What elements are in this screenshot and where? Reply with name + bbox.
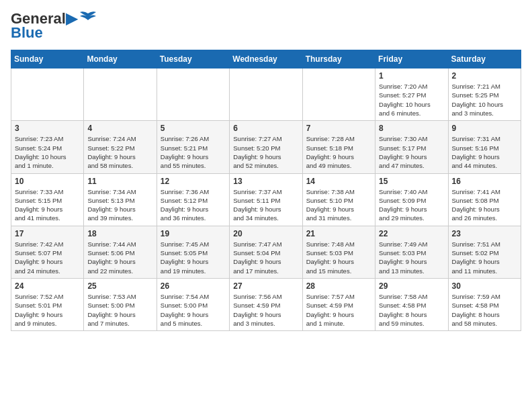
day-number: 1 bbox=[379, 71, 444, 81]
day-number: 2 bbox=[452, 71, 517, 81]
day-cell: 5Sunrise: 7:26 AM Sunset: 5:21 PM Daylig… bbox=[157, 121, 229, 173]
day-cell: 6Sunrise: 7:27 AM Sunset: 5:20 PM Daylig… bbox=[230, 121, 302, 173]
day-cell: 18Sunrise: 7:44 AM Sunset: 5:06 PM Dayli… bbox=[84, 226, 157, 278]
day-info: Sunrise: 7:41 AM Sunset: 5:08 PM Dayligh… bbox=[452, 187, 517, 223]
day-cell: 7Sunrise: 7:28 AM Sunset: 5:18 PM Daylig… bbox=[302, 121, 375, 173]
day-info: Sunrise: 7:21 AM Sunset: 5:25 PM Dayligh… bbox=[452, 82, 517, 118]
day-info: Sunrise: 7:27 AM Sunset: 5:20 PM Dayligh… bbox=[233, 134, 298, 170]
day-number: 13 bbox=[233, 177, 298, 186]
day-info: Sunrise: 7:42 AM Sunset: 5:07 PM Dayligh… bbox=[15, 240, 80, 275]
day-info: Sunrise: 7:30 AM Sunset: 5:17 PM Dayligh… bbox=[379, 134, 444, 170]
day-cell: 12Sunrise: 7:36 AM Sunset: 5:12 PM Dayli… bbox=[157, 173, 229, 226]
day-info: Sunrise: 7:47 AM Sunset: 5:04 PM Dayligh… bbox=[233, 240, 298, 275]
day-info: Sunrise: 7:34 AM Sunset: 5:13 PM Dayligh… bbox=[87, 187, 152, 223]
day-info: Sunrise: 7:58 AM Sunset: 4:58 PM Dayligh… bbox=[379, 292, 444, 328]
day-cell: 3Sunrise: 7:23 AM Sunset: 5:24 PM Daylig… bbox=[11, 121, 84, 173]
day-number: 7 bbox=[306, 124, 371, 133]
day-cell: 30Sunrise: 7:59 AM Sunset: 4:58 PM Dayli… bbox=[448, 278, 521, 330]
day-number: 23 bbox=[452, 229, 517, 238]
day-number: 15 bbox=[379, 177, 444, 186]
day-number: 22 bbox=[379, 229, 444, 238]
day-cell bbox=[302, 68, 375, 121]
weekday-header-row: SundayMondayTuesdayWednesdayThursdayFrid… bbox=[11, 50, 521, 68]
day-cell: 23Sunrise: 7:51 AM Sunset: 5:02 PM Dayli… bbox=[448, 226, 521, 278]
day-cell bbox=[11, 68, 84, 121]
day-number: 26 bbox=[161, 281, 226, 291]
calendar-table: SundayMondayTuesdayWednesdayThursdayFrid… bbox=[11, 50, 521, 331]
logo-bird-icon bbox=[79, 11, 97, 24]
day-number: 11 bbox=[87, 177, 152, 186]
day-number: 21 bbox=[306, 229, 371, 238]
day-info: Sunrise: 7:26 AM Sunset: 5:21 PM Dayligh… bbox=[161, 134, 226, 170]
page-header: General▶ Blue bbox=[11, 11, 521, 42]
day-number: 8 bbox=[379, 124, 444, 133]
day-info: Sunrise: 7:44 AM Sunset: 5:06 PM Dayligh… bbox=[87, 240, 152, 275]
day-cell bbox=[84, 68, 157, 121]
logo-blue-text: Blue bbox=[11, 24, 43, 42]
day-info: Sunrise: 7:24 AM Sunset: 5:22 PM Dayligh… bbox=[87, 134, 152, 170]
weekday-header-sunday: Sunday bbox=[11, 50, 84, 68]
day-cell: 15Sunrise: 7:40 AM Sunset: 5:09 PM Dayli… bbox=[375, 173, 448, 226]
day-info: Sunrise: 7:54 AM Sunset: 5:00 PM Dayligh… bbox=[161, 292, 226, 328]
day-cell: 21Sunrise: 7:48 AM Sunset: 5:03 PM Dayli… bbox=[302, 226, 375, 278]
day-number: 29 bbox=[379, 281, 444, 291]
day-info: Sunrise: 7:33 AM Sunset: 5:15 PM Dayligh… bbox=[15, 187, 80, 223]
day-cell: 11Sunrise: 7:34 AM Sunset: 5:13 PM Dayli… bbox=[84, 173, 157, 226]
day-info: Sunrise: 7:23 AM Sunset: 5:24 PM Dayligh… bbox=[15, 134, 80, 170]
day-number: 9 bbox=[452, 124, 517, 133]
week-row-3: 10Sunrise: 7:33 AM Sunset: 5:15 PM Dayli… bbox=[11, 173, 521, 226]
day-number: 27 bbox=[233, 281, 298, 291]
day-number: 18 bbox=[87, 229, 152, 238]
day-cell: 1Sunrise: 7:20 AM Sunset: 5:27 PM Daylig… bbox=[375, 68, 448, 121]
day-info: Sunrise: 7:59 AM Sunset: 4:58 PM Dayligh… bbox=[452, 292, 517, 328]
day-number: 20 bbox=[233, 229, 298, 238]
day-info: Sunrise: 7:20 AM Sunset: 5:27 PM Dayligh… bbox=[379, 82, 444, 118]
day-info: Sunrise: 7:45 AM Sunset: 5:05 PM Dayligh… bbox=[161, 240, 226, 275]
day-number: 16 bbox=[452, 177, 517, 186]
day-number: 24 bbox=[15, 281, 80, 291]
day-info: Sunrise: 7:51 AM Sunset: 5:02 PM Dayligh… bbox=[452, 240, 517, 275]
day-cell: 14Sunrise: 7:38 AM Sunset: 5:10 PM Dayli… bbox=[302, 173, 375, 226]
day-info: Sunrise: 7:49 AM Sunset: 5:03 PM Dayligh… bbox=[379, 240, 444, 275]
day-info: Sunrise: 7:31 AM Sunset: 5:16 PM Dayligh… bbox=[452, 134, 517, 170]
day-cell: 19Sunrise: 7:45 AM Sunset: 5:05 PM Dayli… bbox=[157, 226, 229, 278]
logo: General▶ Blue bbox=[11, 11, 97, 42]
day-cell: 10Sunrise: 7:33 AM Sunset: 5:15 PM Dayli… bbox=[11, 173, 84, 226]
day-cell: 16Sunrise: 7:41 AM Sunset: 5:08 PM Dayli… bbox=[448, 173, 521, 226]
weekday-header-thursday: Thursday bbox=[302, 50, 375, 68]
day-cell: 17Sunrise: 7:42 AM Sunset: 5:07 PM Dayli… bbox=[11, 226, 84, 278]
day-cell: 22Sunrise: 7:49 AM Sunset: 5:03 PM Dayli… bbox=[375, 226, 448, 278]
day-info: Sunrise: 7:36 AM Sunset: 5:12 PM Dayligh… bbox=[161, 187, 226, 223]
day-number: 19 bbox=[161, 229, 226, 238]
day-cell: 20Sunrise: 7:47 AM Sunset: 5:04 PM Dayli… bbox=[230, 226, 302, 278]
day-number: 30 bbox=[452, 281, 517, 291]
day-info: Sunrise: 7:53 AM Sunset: 5:00 PM Dayligh… bbox=[87, 292, 152, 328]
day-cell: 29Sunrise: 7:58 AM Sunset: 4:58 PM Dayli… bbox=[375, 278, 448, 330]
day-cell: 2Sunrise: 7:21 AM Sunset: 5:25 PM Daylig… bbox=[448, 68, 521, 121]
day-cell: 27Sunrise: 7:56 AM Sunset: 4:59 PM Dayli… bbox=[230, 278, 302, 330]
day-number: 3 bbox=[15, 124, 80, 133]
day-cell: 13Sunrise: 7:37 AM Sunset: 5:11 PM Dayli… bbox=[230, 173, 302, 226]
weekday-header-tuesday: Tuesday bbox=[157, 50, 229, 68]
day-info: Sunrise: 7:48 AM Sunset: 5:03 PM Dayligh… bbox=[306, 240, 371, 275]
weekday-header-saturday: Saturday bbox=[448, 50, 521, 68]
day-cell bbox=[157, 68, 229, 121]
day-cell: 4Sunrise: 7:24 AM Sunset: 5:22 PM Daylig… bbox=[84, 121, 157, 173]
day-cell: 9Sunrise: 7:31 AM Sunset: 5:16 PM Daylig… bbox=[448, 121, 521, 173]
week-row-5: 24Sunrise: 7:52 AM Sunset: 5:01 PM Dayli… bbox=[11, 278, 521, 330]
day-number: 4 bbox=[87, 124, 152, 133]
day-cell: 24Sunrise: 7:52 AM Sunset: 5:01 PM Dayli… bbox=[11, 278, 84, 330]
day-number: 6 bbox=[233, 124, 298, 133]
weekday-header-monday: Monday bbox=[84, 50, 157, 68]
week-row-1: 1Sunrise: 7:20 AM Sunset: 5:27 PM Daylig… bbox=[11, 68, 521, 121]
day-cell: 8Sunrise: 7:30 AM Sunset: 5:17 PM Daylig… bbox=[375, 121, 448, 173]
day-number: 14 bbox=[306, 177, 371, 186]
day-number: 17 bbox=[15, 229, 80, 238]
day-cell: 26Sunrise: 7:54 AM Sunset: 5:00 PM Dayli… bbox=[157, 278, 229, 330]
day-number: 10 bbox=[15, 177, 80, 186]
week-row-4: 17Sunrise: 7:42 AM Sunset: 5:07 PM Dayli… bbox=[11, 226, 521, 278]
day-number: 25 bbox=[87, 281, 152, 291]
weekday-header-wednesday: Wednesday bbox=[230, 50, 302, 68]
week-row-2: 3Sunrise: 7:23 AM Sunset: 5:24 PM Daylig… bbox=[11, 121, 521, 173]
day-number: 5 bbox=[161, 124, 226, 133]
